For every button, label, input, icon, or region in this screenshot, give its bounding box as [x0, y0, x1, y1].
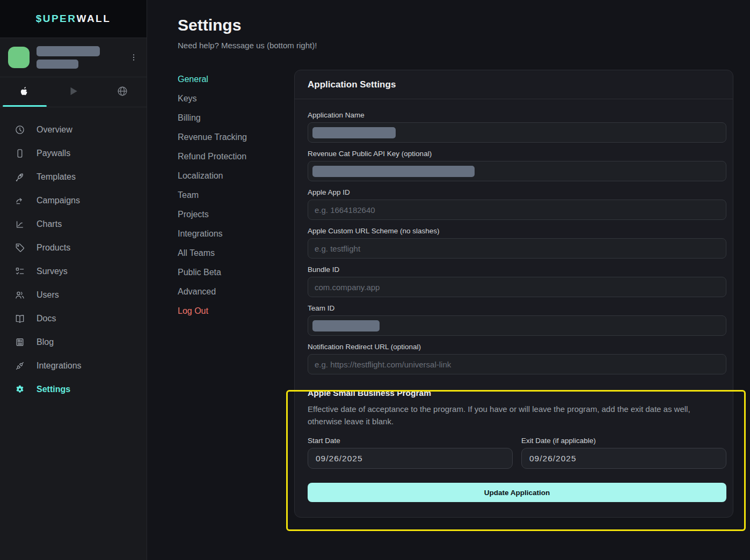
exit-date-label: Exit Date (if applicable)	[521, 437, 726, 445]
kebab-menu-icon[interactable]	[127, 47, 140, 68]
app-selector[interactable]	[0, 38, 147, 77]
superwall-dashboard: $UPERWALL	[0, 0, 750, 560]
sidebar-item-campaigns[interactable]: Campaigns	[0, 189, 147, 212]
field-label: Apple App ID	[308, 188, 726, 196]
sidebar-item-label: Blog	[37, 337, 54, 347]
integrations-icon	[14, 360, 25, 371]
surveys-icon	[14, 266, 25, 277]
page-title: Settings	[178, 15, 750, 35]
panel-title: Application Settings	[295, 70, 733, 99]
field-apple-custom-url-scheme: Apple Custom URL Scheme (no slashes)	[308, 227, 726, 259]
blog-icon	[14, 337, 25, 348]
start-date-input[interactable]	[308, 448, 513, 469]
apple-custom-url-scheme-input[interactable]	[308, 238, 726, 259]
sidebar-item-label: Campaigns	[37, 196, 80, 205]
settings-nav-team[interactable]: Team	[178, 186, 294, 205]
sidebar-item-label: Docs	[37, 314, 56, 323]
sidebar: $UPERWALL	[0, 0, 147, 560]
sidebar-item-docs[interactable]: Docs	[0, 307, 147, 330]
sidebar-item-label: Charts	[37, 219, 62, 229]
sidebar-item-products[interactable]: Products	[0, 236, 147, 260]
tab-apple[interactable]	[0, 77, 49, 107]
settings-nav-all-teams[interactable]: All Teams	[178, 244, 294, 263]
logo-text-white: WALL	[77, 13, 111, 25]
team-id-input[interactable]	[308, 315, 726, 336]
campaigns-icon	[14, 195, 25, 206]
sidebar-item-templates[interactable]: Templates	[0, 165, 147, 189]
field-application-name: Application Name	[308, 111, 726, 143]
settings-nav-advanced[interactable]: Advanced	[178, 282, 294, 301]
field-label: Application Name	[308, 111, 726, 119]
sidebar-item-label: Products	[37, 243, 70, 253]
field-label: Apple Custom URL Scheme (no slashes)	[308, 227, 726, 235]
settings-nav-refund-protection[interactable]: Refund Protection	[178, 147, 294, 166]
apple-icon	[19, 85, 30, 100]
settings-nav-log-out[interactable]: Log Out	[178, 301, 294, 321]
field-revenuecat-api-key: Revenue Cat Public API Key (optional)	[308, 150, 726, 181]
sidebar-item-settings[interactable]: Settings	[0, 378, 147, 401]
sidebar-item-label: Templates	[37, 172, 76, 182]
redacted-app-subtitle-bar	[37, 60, 78, 69]
sidebar-item-charts[interactable]: Charts	[0, 212, 147, 236]
app-avatar	[8, 47, 30, 68]
application-name-input[interactable]	[308, 122, 726, 143]
globe-icon	[116, 85, 128, 99]
settings-gear-icon	[14, 384, 25, 395]
small-business-description: Effective date of acceptance to the prog…	[308, 403, 726, 428]
start-date-label: Start Date	[308, 437, 513, 445]
field-label: Bundle ID	[308, 266, 726, 274]
field-apple-app-id: Apple App ID	[308, 188, 726, 220]
settings-nav-integrations[interactable]: Integrations	[178, 224, 294, 244]
start-date-field: Start Date	[308, 437, 513, 469]
update-application-button[interactable]: Update Application	[308, 483, 726, 502]
charts-icon	[14, 219, 25, 230]
apple-small-business-program-section: Apple Small Business Program Effective d…	[308, 388, 726, 502]
paywalls-icon	[14, 148, 25, 159]
sidebar-item-label: Paywalls	[37, 149, 70, 158]
sidebar-item-blog[interactable]: Blog	[0, 330, 147, 354]
notification-redirect-url-input[interactable]	[308, 354, 726, 374]
settings-nav-billing[interactable]: Billing	[178, 108, 294, 128]
exit-date-input[interactable]	[521, 448, 726, 469]
exit-date-field: Exit Date (if applicable)	[521, 437, 726, 469]
settings-nav-localization[interactable]: Localization	[178, 166, 294, 186]
sidebar-item-users[interactable]: Users	[0, 283, 147, 307]
sidebar-item-label: Overview	[37, 125, 72, 135]
sidebar-item-integrations[interactable]: Integrations	[0, 354, 147, 378]
templates-icon	[14, 172, 25, 182]
redacted-value-bar	[312, 127, 396, 138]
tab-web[interactable]	[98, 77, 147, 107]
active-tab-indicator	[3, 105, 47, 107]
settings-nav-keys[interactable]: Keys	[178, 89, 294, 108]
settings-nav-revenue-tracking[interactable]: Revenue Tracking	[178, 128, 294, 147]
settings-nav-public-beta[interactable]: Public Beta	[178, 263, 294, 282]
field-team-id: Team ID	[308, 304, 726, 336]
redacted-value-bar	[312, 166, 475, 177]
bundle-id-input[interactable]	[308, 277, 726, 297]
settings-nav: General Keys Billing Revenue Tracking Re…	[178, 70, 294, 518]
tab-google-play[interactable]	[49, 77, 98, 107]
sidebar-item-paywalls[interactable]: Paywalls	[0, 142, 147, 165]
products-icon	[14, 242, 25, 253]
redacted-app-name-bar	[37, 46, 100, 56]
sidebar-item-surveys[interactable]: Surveys	[0, 260, 147, 283]
page-subtitle: Need help? Message us (bottom right)!	[178, 40, 750, 51]
sidebar-item-label: Users	[37, 290, 59, 300]
app-name-redacted	[37, 46, 100, 69]
logo-text-teal: $UPER	[36, 13, 77, 25]
field-label: Revenue Cat Public API Key (optional)	[308, 150, 726, 158]
field-label: Notification Redirect URL (optional)	[308, 343, 726, 351]
settings-nav-projects[interactable]: Projects	[178, 205, 294, 224]
apple-app-id-input[interactable]	[308, 200, 726, 220]
sidebar-item-label: Integrations	[37, 361, 82, 371]
sidebar-item-label: Surveys	[37, 267, 68, 276]
settings-nav-general[interactable]: General	[178, 70, 294, 89]
main-content: Settings Need help? Message us (bottom r…	[147, 0, 750, 560]
revenuecat-api-key-input[interactable]	[308, 161, 726, 181]
field-label: Team ID	[308, 304, 726, 312]
field-bundle-id: Bundle ID	[308, 266, 726, 297]
users-icon	[14, 290, 25, 300]
sidebar-item-label: Settings	[37, 385, 70, 394]
sidebar-item-overview[interactable]: Overview	[0, 118, 147, 142]
field-notification-redirect-url: Notification Redirect URL (optional)	[308, 343, 726, 374]
